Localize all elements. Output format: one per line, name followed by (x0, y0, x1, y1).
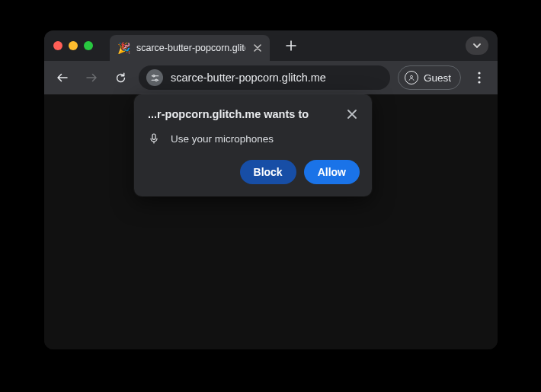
tab-title: scarce-butter-popcorn.glitch (136, 43, 245, 53)
permission-prompt: ...r-popcorn.glitch.me wants to Use your… (134, 94, 372, 196)
back-button[interactable] (52, 67, 73, 88)
profile-label: Guest (424, 72, 451, 84)
chevron-down-icon (472, 41, 482, 50)
tune-icon (150, 73, 160, 83)
window-controls (53, 41, 93, 50)
permission-item-label: Use your microphones (171, 133, 274, 145)
close-icon (347, 110, 357, 119)
window-menu-button[interactable] (466, 37, 488, 55)
svg-point-1 (155, 79, 156, 81)
address-bar[interactable]: scarce-butter-popcorn.glitch.me (139, 65, 390, 90)
maximize-window-button[interactable] (84, 41, 93, 50)
tab-favicon-icon: 🎉 (117, 43, 130, 53)
browser-tab[interactable]: 🎉 scarce-butter-popcorn.glitch (110, 35, 270, 61)
svg-point-0 (152, 75, 154, 76)
arrow-right-icon (85, 71, 98, 84)
permission-close-button[interactable] (344, 107, 360, 122)
svg-point-2 (411, 75, 413, 78)
site-settings-button[interactable] (146, 69, 163, 86)
block-button[interactable]: Block (240, 160, 296, 184)
address-url: scarce-butter-popcorn.glitch.me (171, 72, 326, 84)
arrow-left-icon (56, 71, 69, 84)
browser-window: 🎉 scarce-butter-popcorn.glitch (44, 30, 498, 349)
overflow-menu-button[interactable] (469, 67, 490, 88)
titlebar: 🎉 scarce-butter-popcorn.glitch (44, 30, 498, 61)
profile-button[interactable]: Guest (398, 65, 461, 90)
permission-title: ...r-popcorn.glitch.me wants to (148, 108, 309, 120)
reload-icon (114, 72, 127, 84)
minimize-window-button[interactable] (69, 41, 78, 50)
tab-close-button[interactable] (251, 42, 264, 54)
guest-avatar-icon (405, 71, 418, 84)
svg-point-3 (478, 72, 480, 74)
new-tab-button[interactable] (280, 35, 302, 56)
page-viewport: ...r-popcorn.glitch.me wants to Use your… (44, 94, 498, 349)
toolbar: scarce-butter-popcorn.glitch.me Guest (44, 61, 498, 94)
allow-button[interactable]: Allow (304, 160, 360, 184)
forward-button[interactable] (81, 67, 102, 88)
microphone-icon (148, 132, 160, 145)
close-window-button[interactable] (53, 41, 62, 50)
svg-point-4 (478, 76, 480, 78)
svg-point-5 (478, 81, 480, 83)
reload-button[interactable] (110, 67, 131, 88)
svg-rect-6 (152, 134, 155, 139)
kebab-icon (478, 72, 481, 84)
